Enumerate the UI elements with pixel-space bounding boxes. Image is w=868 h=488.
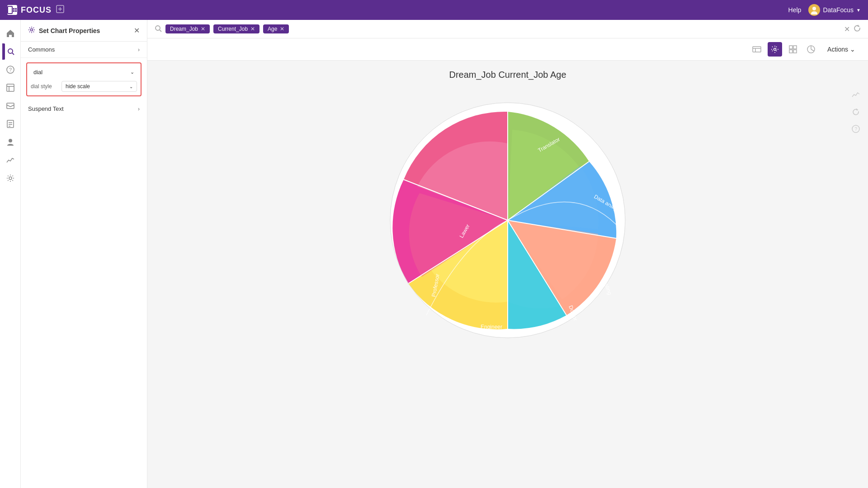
svg-rect-0	[13, 8, 15, 10]
dial-dropdown-arrow-icon: ⌄	[130, 69, 134, 75]
svg-rect-2	[13, 10, 15, 12]
svg-point-25	[156, 26, 160, 30]
sidebar-item-tasks[interactable]	[2, 116, 19, 132]
user-name: DataFocus	[823, 6, 854, 14]
svg-line-26	[160, 30, 161, 32]
tag-dream-job-close-icon[interactable]: ✕	[201, 26, 205, 32]
actions-button[interactable]: Actions ⌄	[822, 43, 861, 56]
svg-point-10	[8, 49, 13, 53]
commons-chevron-icon: ›	[138, 47, 140, 53]
svg-text:?: ?	[855, 127, 858, 132]
dial-style-select[interactable]: hide scale ⌄	[61, 81, 137, 92]
suspend-chevron-icon: ›	[138, 106, 140, 112]
sidebar-item-analytics[interactable]	[2, 152, 19, 168]
tag-age-label: Age	[268, 26, 277, 32]
content-area: Dream_Job ✕ Current_Job ✕ Age ✕ ✕	[147, 20, 868, 488]
mini-line-chart-button[interactable]	[849, 88, 863, 101]
svg-point-23	[9, 177, 12, 180]
user-dropdown-icon: ▼	[856, 8, 861, 13]
actions-chevron-icon: ⌄	[850, 46, 855, 53]
mini-refresh-button[interactable]	[849, 105, 863, 118]
search-refresh-icon[interactable]	[854, 24, 861, 33]
svg-point-22	[9, 139, 12, 142]
sidebar-item-table[interactable]	[2, 80, 19, 96]
suspend-text-section[interactable]: Suspend Text ›	[21, 101, 147, 117]
panel-title-text: Set Chart Properties	[39, 27, 100, 34]
svg-point-30	[774, 48, 776, 51]
svg-rect-32	[793, 46, 797, 49]
mini-help-button[interactable]: ?	[849, 122, 863, 136]
toolbar-grid-button[interactable]	[786, 42, 800, 57]
svg-rect-1	[15, 8, 17, 10]
tab-add-icon[interactable]	[56, 5, 64, 15]
user-avatar	[808, 4, 820, 16]
dial-dropdown[interactable]: dial ⌄	[31, 67, 137, 77]
panel-header: Set Chart Properties ✕	[21, 20, 147, 42]
topbar-right: Help DataFocus ▼	[788, 4, 861, 16]
svg-rect-14	[7, 84, 14, 91]
main-layout: ?	[0, 20, 868, 488]
dial-label: dial	[33, 69, 42, 76]
chart-container: Translator Data analyst Lawer Professor …	[372, 89, 643, 342]
svg-line-11	[12, 53, 14, 55]
svg-rect-33	[789, 50, 793, 53]
svg-text:?: ?	[9, 67, 12, 72]
dial-style-label: dial style	[31, 83, 58, 90]
user-info[interactable]: DataFocus ▼	[808, 4, 861, 16]
sidebar-icons: ?	[0, 20, 21, 488]
sidebar-item-search[interactable]	[2, 43, 19, 60]
topbar: FOCUS Help DataFocus ▼	[0, 0, 868, 20]
tag-current-job-close-icon[interactable]: ✕	[250, 26, 255, 32]
dial-style-row: dial style hide scale ⌄	[31, 81, 137, 92]
panel-title: Set Chart Properties	[28, 26, 100, 35]
actions-label: Actions	[827, 46, 848, 53]
search-bar: Dream_Job ✕ Current_Job ✕ Age ✕ ✕	[147, 20, 868, 38]
commons-label: Commons	[28, 46, 55, 53]
search-clear-button[interactable]: ✕	[844, 25, 850, 33]
svg-rect-3	[15, 10, 17, 12]
panel-close-button[interactable]: ✕	[134, 26, 140, 35]
svg-rect-31	[789, 46, 793, 49]
app-logo: FOCUS	[7, 5, 52, 15]
properties-panel: Set Chart Properties ✕ Commons › dial ⌄ …	[21, 20, 147, 488]
toolbar-settings-button[interactable]	[768, 42, 782, 57]
svg-point-24	[31, 29, 33, 31]
suspend-text-label: Suspend Text	[28, 105, 64, 112]
dial-style-dropdown-icon: ⌄	[129, 84, 133, 89]
chart-toolbar: Actions ⌄	[147, 38, 868, 61]
sidebar-item-help[interactable]: ?	[2, 62, 19, 78]
chart-title: Dream_Job Current_Job Age	[449, 70, 566, 80]
tag-current-job[interactable]: Current_Job ✕	[213, 24, 259, 33]
sidebar-item-settings[interactable]	[2, 170, 19, 186]
sidebar-item-users[interactable]	[2, 134, 19, 150]
settings-icon	[28, 26, 35, 35]
tag-age-close-icon[interactable]: ✕	[280, 26, 284, 32]
right-mini-toolbar: ?	[849, 88, 863, 136]
svg-rect-27	[753, 47, 761, 52]
sidebar-item-home[interactable]	[2, 25, 19, 42]
chart-area: Dream_Job Current_Job Age	[147, 61, 868, 488]
tag-age[interactable]: Age ✕	[263, 24, 289, 33]
sidebar-item-inbox[interactable]	[2, 98, 19, 114]
toolbar-pie-button[interactable]	[804, 42, 818, 57]
logo-icon	[7, 5, 17, 15]
label-engineer: Engineer	[481, 324, 502, 330]
dial-section: dial ⌄ dial style hide scale ⌄	[26, 62, 142, 96]
tag-current-job-label: Current_Job	[218, 26, 248, 32]
dial-style-value: hide scale	[66, 83, 90, 90]
toolbar-preview-button[interactable]	[750, 42, 764, 57]
topbar-left: FOCUS	[7, 5, 64, 15]
tag-dream-job[interactable]: Dream_Job ✕	[165, 24, 210, 33]
svg-rect-34	[793, 50, 797, 53]
chart-svg: Translator Data analyst Lawer Professor …	[372, 89, 643, 342]
tag-dream-job-label: Dream_Job	[170, 26, 198, 32]
commons-section-header[interactable]: Commons ›	[21, 42, 147, 58]
svg-point-8	[812, 7, 816, 10]
search-icon	[155, 25, 162, 33]
app-name: FOCUS	[21, 5, 52, 15]
help-button[interactable]: Help	[788, 6, 802, 14]
